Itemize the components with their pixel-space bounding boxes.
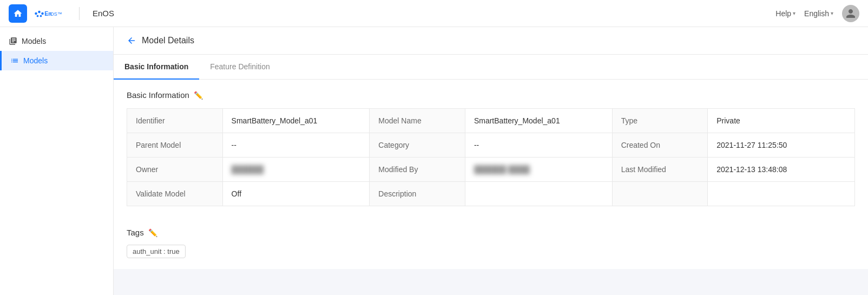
label-description: Description — [370, 182, 465, 206]
home-button[interactable] — [9, 4, 27, 23]
help-dropdown-arrow: ▾ — [793, 10, 795, 16]
label-type: Type — [612, 109, 708, 133]
back-button[interactable] — [127, 36, 136, 45]
label-model-name: Model Name — [370, 109, 465, 133]
svg-text:OS™: OS™ — [50, 11, 62, 16]
label-created-on: Created On — [612, 133, 708, 158]
lang-dropdown-arrow: ▾ — [831, 10, 833, 16]
main-layout: Models Models Model Details Basic Inform… — [0, 0, 868, 295]
basic-info-section: Basic Information ✏️ Identifier SmartBat… — [114, 80, 868, 217]
svg-point-2 — [41, 12, 44, 15]
page-title: Model Details — [142, 36, 194, 45]
table-row: Identifier SmartBattery_Model_a01 Model … — [127, 109, 855, 133]
sidebar-section-models[interactable]: Models — [0, 31, 113, 51]
tab-feature-definition[interactable]: Feature Definition — [199, 55, 281, 80]
header-right: Help ▾ English ▾ — [775, 5, 859, 22]
value-identifier: SmartBattery_Model_a01 — [222, 109, 370, 133]
value-parent-model: -- — [222, 133, 370, 158]
label-last-modified: Last Modified — [612, 158, 708, 182]
label-category: Category — [370, 133, 465, 158]
user-avatar[interactable] — [842, 5, 859, 22]
tags-edit-icon[interactable]: ✏️ — [148, 228, 157, 237]
tags-title: Tags ✏️ — [127, 228, 855, 237]
tags-section: Tags ✏️ auth_unit : true — [114, 217, 868, 269]
label-owner: Owner — [127, 158, 223, 182]
app-name: EnOS — [93, 9, 114, 18]
value-created-on: 2021-11-27 11:25:50 — [708, 133, 855, 158]
value-modified-by: ██████ ████ — [465, 158, 612, 182]
svg-point-4 — [37, 15, 39, 17]
table-row: Validate Model Off Description — [127, 182, 855, 206]
logo-area: En OS™ — [34, 8, 66, 19]
value-validate-model: Off — [222, 182, 370, 206]
value-empty — [708, 182, 855, 206]
label-identifier: Identifier — [127, 109, 223, 133]
sidebar: Models Models — [0, 27, 114, 295]
header-left: En OS™ EnOS — [9, 4, 114, 23]
label-modified-by: Modified By — [370, 158, 465, 182]
label-parent-model: Parent Model — [127, 133, 223, 158]
svg-point-3 — [40, 15, 42, 17]
tab-basic-information[interactable]: Basic Information — [114, 55, 199, 80]
basic-info-title: Basic Information ✏️ — [127, 90, 855, 100]
header-divider — [79, 7, 80, 20]
label-validate-model: Validate Model — [127, 182, 223, 206]
help-button[interactable]: Help ▾ — [775, 9, 795, 18]
svg-point-1 — [38, 10, 41, 13]
value-type: Private — [708, 109, 855, 133]
top-header: En OS™ EnOS Help ▾ English ▾ — [0, 0, 868, 27]
page-header: Model Details — [114, 27, 868, 55]
tabs-bar: Basic Information Feature Definition — [114, 55, 868, 80]
basic-info-edit-icon[interactable]: ✏️ — [194, 91, 203, 100]
label-empty — [612, 182, 708, 206]
main-content: Model Details Basic Information Feature … — [114, 27, 868, 295]
basic-info-table: Identifier SmartBattery_Model_a01 Model … — [127, 108, 855, 206]
table-row: Parent Model -- Category -- Created On 2… — [127, 133, 855, 158]
language-button[interactable]: English ▾ — [804, 9, 833, 18]
tag-item: auth_unit : true — [127, 245, 186, 258]
svg-point-0 — [35, 12, 37, 15]
value-description — [465, 182, 612, 206]
value-last-modified: 2021-12-13 13:48:08 — [708, 158, 855, 182]
value-owner: ██████ — [222, 158, 370, 182]
table-row: Owner ██████ Modified By ██████ ████ Las… — [127, 158, 855, 182]
value-category: -- — [465, 133, 612, 158]
sidebar-item-models[interactable]: Models — [0, 51, 113, 70]
value-model-name: SmartBattery_Model_a01 — [465, 109, 612, 133]
